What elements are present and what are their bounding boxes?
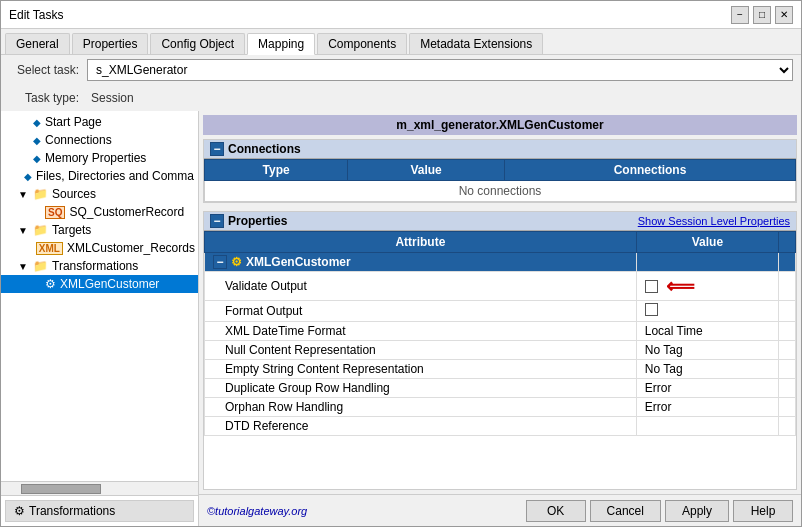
gear-icon: ⚙ [14,504,25,518]
props-table-container: Attribute Value − ⚙ [204,231,796,489]
row-scroll-cell [779,360,796,379]
expand-icon [29,279,41,290]
expand-icon [17,135,29,146]
tree-item-sq-customer[interactable]: SQ SQ_CustomerRecord [1,203,198,221]
tree-bottom: ⚙ Transformations [1,495,198,526]
tree-item-label: Connections [45,133,112,147]
table-row[interactable]: Format Output [205,301,796,322]
ok-button[interactable]: OK [526,500,586,522]
show-session-level-link[interactable]: Show Session Level Properties [638,215,790,227]
table-row[interactable]: Empty String Content Representation No T… [205,360,796,379]
row-scroll-cell [779,301,796,322]
help-button[interactable]: Help [733,500,793,522]
row-scroll-cell [779,398,796,417]
tab-components[interactable]: Components [317,33,407,54]
properties-section-header: − Properties Show Session Level Properti… [204,212,796,231]
table-row[interactable]: Orphan Row Handling Error [205,398,796,417]
prop-attribute: Validate Output [205,272,637,301]
expand-icon [17,117,29,128]
tree-item-label: XMLCustomer_Records [67,241,195,255]
tab-properties[interactable]: Properties [72,33,149,54]
validate-output-checkbox[interactable] [645,280,658,293]
horiz-scrollbar[interactable] [1,481,198,495]
maximize-button[interactable]: □ [753,6,771,24]
expand-icon [29,207,41,218]
folder-icon: 📁 [33,259,48,273]
row-scroll-cell [779,272,796,301]
tree-item-transformations[interactable]: ▼ 📁 Transformations [1,257,198,275]
xml-icon: XML [36,242,63,255]
tab-config-object[interactable]: Config Object [150,33,245,54]
table-row[interactable]: DTD Reference [205,417,796,436]
prop-value [636,301,778,322]
bottom-bar: ©tutorialgateway.org OK Cancel Apply Hel… [199,494,801,526]
attr-col-header: Attribute [205,232,637,253]
prop-attr-value: XMLGenCustomer [246,255,351,269]
transformations-tab-button[interactable]: ⚙ Transformations [5,500,194,522]
scroll-col [779,232,796,253]
tree-item-targets[interactable]: ▼ 📁 Targets [1,221,198,239]
prop-value: Error [636,379,778,398]
prop-value: No Tag [636,341,778,360]
table-row[interactable]: − ⚙ XMLGenCustomer [205,253,796,272]
tree-item-label: Memory Properties [45,151,146,165]
prop-value [636,417,778,436]
tree-item-label: Transformations [52,259,138,273]
table-row[interactable]: Duplicate Group Row Handling Error [205,379,796,398]
prop-value [636,253,778,272]
prop-value: Local Time [636,322,778,341]
content-area: ◆ Start Page ◆ Connections ◆ Memory Prop… [1,111,801,526]
select-task-label: Select task: [9,63,79,77]
tree-item-label: Sources [52,187,96,201]
copyright-text: ©tutorialgateway.org [207,505,307,517]
transformations-expand-icon: ▼ [17,261,29,272]
tree-item-label: Start Page [45,115,102,129]
prop-attribute: DTD Reference [205,417,637,436]
no-connections-message: No connections [205,181,796,202]
row-scroll-cell [779,341,796,360]
horiz-scroll-thumb[interactable] [21,484,101,494]
table-row[interactable]: XML DateTime Format Local Time [205,322,796,341]
tab-metadata-extensions[interactable]: Metadata Extensions [409,33,543,54]
tab-bar: General Properties Config Object Mapping… [1,29,801,55]
format-output-checkbox[interactable] [645,303,658,316]
table-row[interactable]: Null Content Representation No Tag [205,341,796,360]
expand-icon [17,153,29,164]
tree-item-xmlgen-customer[interactable]: ⚙ XMLGenCustomer [1,275,198,293]
col-type: Type [205,160,348,181]
tree-item-start-page[interactable]: ◆ Start Page [1,113,198,131]
prop-attribute: Null Content Representation [205,341,637,360]
prop-value: Error [636,398,778,417]
bottom-buttons: OK Cancel Apply Help [526,500,793,522]
targets-expand-icon: ▼ [17,225,29,236]
select-task-dropdown[interactable]: s_XMLGenerator [87,59,793,81]
task-type-value: Session [87,89,793,107]
col-value: Value [348,160,505,181]
properties-collapse-button[interactable]: − [210,214,224,228]
minimize-button[interactable]: − [731,6,749,24]
close-button[interactable]: ✕ [775,6,793,24]
tree-item-label: XMLGenCustomer [60,277,159,291]
tab-general[interactable]: General [5,33,70,54]
tree-item-xml-customer-records[interactable]: XML XMLCustomer_Records [1,239,198,257]
tree-item-memory-properties[interactable]: ◆ Memory Properties [1,149,198,167]
col-connections: Connections [505,160,796,181]
title-bar: Edit Tasks − □ ✕ [1,1,801,29]
row-collapse-icon[interactable]: − [213,255,227,269]
apply-button[interactable]: Apply [665,500,729,522]
red-arrow-icon: ⟸ [666,274,695,298]
task-type-label: Task type: [9,91,79,105]
folder-icon: 📁 [33,223,48,237]
connections-collapse-button[interactable]: − [210,142,224,156]
title-bar-buttons: − □ ✕ [731,6,793,24]
tab-mapping[interactable]: Mapping [247,33,315,55]
properties-section: − Properties Show Session Level Properti… [203,211,797,490]
connections-section: − Connections Type Value Connections [203,139,797,203]
tree-item-sources[interactable]: ▼ 📁 Sources [1,185,198,203]
table-row[interactable]: Validate Output ⟸ [205,272,796,301]
prop-attribute: XML DateTime Format [205,322,637,341]
cancel-button[interactable]: Cancel [590,500,661,522]
tree-item-connections[interactable]: ◆ Connections [1,131,198,149]
tree-item-files[interactable]: ◆ Files, Directories and Comma [1,167,198,185]
prop-attribute: Duplicate Group Row Handling [205,379,637,398]
